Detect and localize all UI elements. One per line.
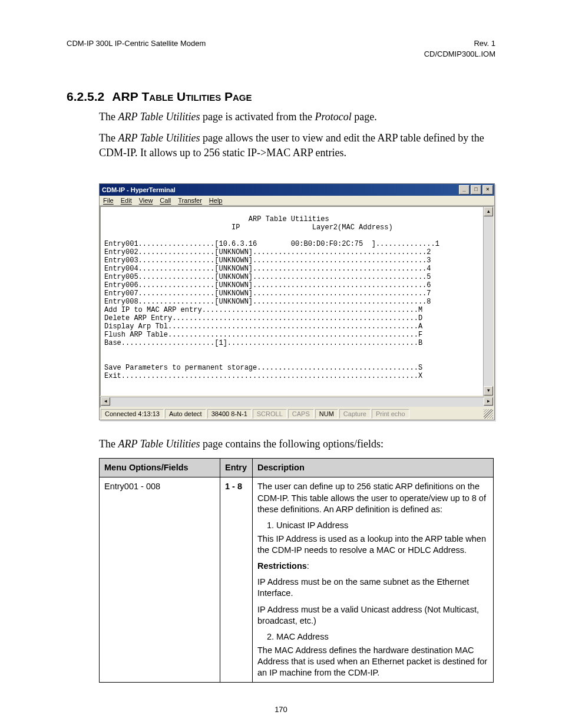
status-capture: Capture	[339, 409, 371, 419]
section-number: 6.2.5.2	[67, 90, 104, 103]
para-after: The ARP Table Utilities page contains th…	[67, 437, 495, 451]
resize-grip-icon[interactable]	[484, 409, 493, 419]
menu-view[interactable]: View	[139, 197, 153, 204]
cell-menu: Entry001 - 008	[100, 477, 220, 683]
header-rev: Rev. 1	[424, 38, 495, 49]
options-table: Menu Options/Fields Entry Description En…	[99, 458, 494, 683]
menu-help[interactable]: Help	[209, 197, 223, 204]
scroll-left-icon[interactable]: ◂	[101, 397, 110, 406]
section-arp: ARP	[112, 90, 138, 103]
list-item: MAC Address	[276, 631, 488, 643]
scroll-up-icon[interactable]: ▴	[484, 207, 493, 216]
header-doc: CD/CDMIP300L.IOM	[424, 49, 495, 60]
page-header: CDM-IP 300L IP-Centric Satellite Modem R…	[67, 38, 495, 59]
table-row: Entry001 - 008 1 - 8 The user can define…	[100, 477, 494, 683]
scroll-down-icon[interactable]: ▾	[484, 386, 493, 396]
page-number: 170	[0, 705, 562, 714]
vertical-scrollbar[interactable]: ▴ ▾	[483, 206, 494, 397]
terminal-area[interactable]: ARP Table Utilities IP Layer2(MAC Addres…	[100, 206, 483, 397]
status-baud: 38400 8-N-1	[207, 409, 252, 419]
menu-transfer[interactable]: Transfer	[178, 197, 202, 204]
status-caps: CAPS	[288, 409, 314, 419]
para-2: The ARP Table Utilities page allows the …	[67, 131, 495, 160]
minimize-button[interactable]: _	[459, 185, 470, 195]
list-item: Unicast IP Address	[276, 520, 488, 531]
header-left: CDM-IP 300L IP-Centric Satellite Modem	[67, 38, 206, 59]
section-heading: 6.2.5.2 ARP Table Utilities Page	[67, 90, 495, 104]
status-num: NUM	[315, 409, 338, 419]
th-entry: Entry	[220, 459, 253, 477]
scroll-right-icon[interactable]: ▸	[484, 397, 493, 406]
window-titlebar[interactable]: CDM-IP - HyperTerminal _ □ ×	[100, 184, 494, 196]
th-desc: Description	[253, 459, 494, 477]
th-menu: Menu Options/Fields	[100, 459, 220, 477]
menu-edit[interactable]: Edit	[121, 197, 132, 204]
close-button[interactable]: ×	[482, 185, 493, 195]
status-printecho: Print echo	[372, 409, 409, 419]
menu-file[interactable]: File	[103, 197, 114, 204]
menu-call[interactable]: Call	[160, 197, 171, 204]
cell-desc: The user can define up to 256 static ARP…	[253, 477, 494, 683]
status-bar: Connected 4:13:13 Auto detect 38400 8-N-…	[100, 408, 494, 420]
menu-bar: File Edit View Call Transfer Help	[100, 196, 494, 206]
cell-entry: 1 - 8	[220, 477, 253, 683]
horizontal-scrollbar[interactable]: ◂ ▸	[100, 397, 494, 408]
hyperterminal-window: CDM-IP - HyperTerminal _ □ × File Edit V…	[99, 183, 495, 420]
section-rest: Table Utilities Page	[138, 90, 252, 103]
maximize-button[interactable]: □	[471, 185, 481, 195]
para-1: The ARP Table Utilities page is activate…	[67, 110, 495, 124]
status-scroll: SCROLL	[253, 409, 287, 419]
window-title: CDM-IP - HyperTerminal	[102, 186, 176, 193]
status-connected: Connected 4:13:13	[101, 409, 164, 419]
status-autodetect: Auto detect	[165, 409, 206, 419]
